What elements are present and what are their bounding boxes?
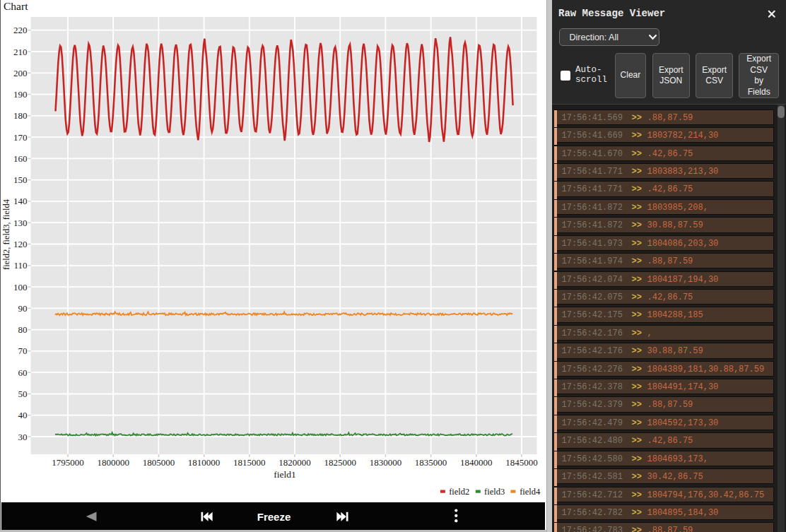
svg-text:Freeze: Freeze [257, 511, 291, 523]
